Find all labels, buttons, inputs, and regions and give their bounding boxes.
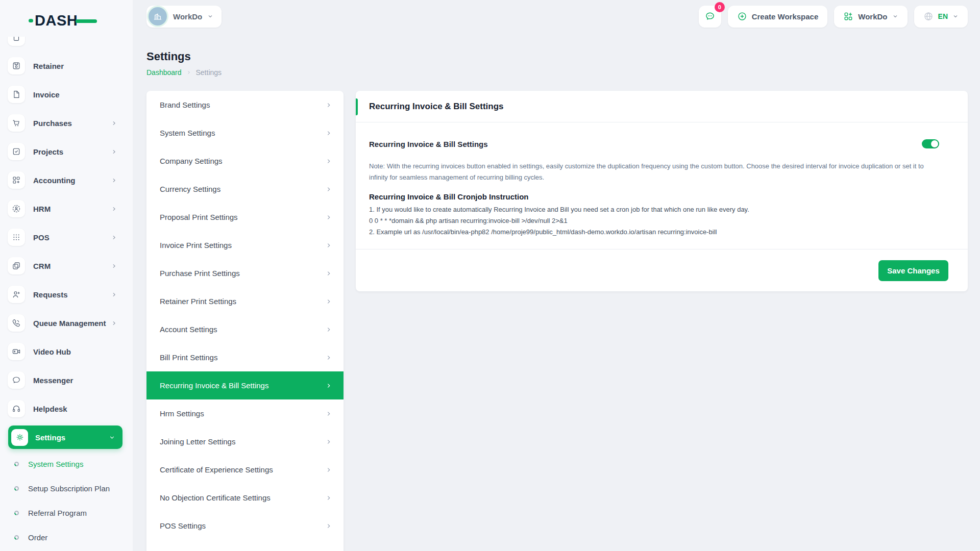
sidebar-item-label: Purchases: [33, 119, 72, 128]
sidebar-item-invoice[interactable]: Invoice: [0, 80, 133, 109]
panel-title: Recurring Invoice & Bill Settings: [369, 102, 504, 112]
sidebar-item-pos[interactable]: POS: [0, 223, 133, 252]
save-changes-button[interactable]: Save Changes: [878, 260, 948, 281]
chevron-down-icon: [892, 13, 898, 19]
video-icon: [8, 343, 25, 360]
chevron-right-icon: [325, 438, 332, 445]
gear-icon: [11, 429, 28, 446]
breadcrumb-dashboard-link[interactable]: Dashboard: [146, 68, 182, 77]
sidebar-subitem-setup-subscription-plan[interactable]: Setup Subscription Plan: [0, 476, 133, 500]
ring-bullet-icon: [14, 461, 19, 467]
workspace-switcher[interactable]: WorkDo: [146, 6, 222, 28]
chevron-right-icon: [325, 466, 332, 473]
page-title: Settings: [146, 50, 191, 63]
settings-nav-invoice-print-settings[interactable]: Invoice Print Settings: [146, 231, 344, 259]
topbar: WorkDo 0 Create Workspace WorkDo: [146, 5, 968, 28]
chevron-right-icon: [111, 120, 117, 127]
sidebar-item-hrm[interactable]: HRM: [0, 194, 133, 223]
sidebar-item-video-hub[interactable]: Video Hub: [0, 337, 133, 366]
settings-nav-retainer-print-settings[interactable]: Retainer Print Settings: [146, 287, 344, 315]
messages-button[interactable]: 0: [699, 6, 721, 28]
sidebar-item-requests[interactable]: Requests: [0, 280, 133, 309]
crm-icon: [8, 257, 25, 274]
settings-nav-label: Proposal Print Settings: [160, 213, 238, 221]
settings-nav-company-settings[interactable]: Company Settings: [146, 147, 344, 175]
settings-nav-label: Recurring Invoice & Bill Settings: [160, 381, 268, 390]
sidebar-item-settings[interactable]: Settings: [8, 425, 122, 449]
sidebar-item-label: Accounting: [33, 176, 76, 185]
grid-plus-icon: [843, 11, 853, 21]
cronjob-heading: Recurring Invoice & Bill Cronjob Instruc…: [369, 192, 939, 201]
sidebar-item-projects[interactable]: Projects: [0, 137, 133, 166]
globe-icon: [923, 11, 934, 21]
sidebar-subitem-system-settings[interactable]: System Settings: [0, 452, 133, 476]
settings-nav-label: Invoice Print Settings: [160, 241, 232, 249]
settings-nav-account-settings[interactable]: Account Settings: [146, 315, 344, 343]
settings-nav-label: Purchase Print Settings: [160, 269, 240, 278]
chevron-right-icon: [325, 214, 332, 221]
create-workspace-button[interactable]: Create Workspace: [728, 6, 828, 28]
chevron-right-icon: [111, 234, 117, 241]
toggle-knob: [931, 140, 938, 147]
sidebar-subitem-order[interactable]: Order: [0, 525, 133, 549]
sidebar-item-label: Invoice: [33, 90, 60, 99]
sidebar-item-retainer[interactable]: Retainer: [0, 52, 133, 80]
workspace-name: WorkDo: [173, 12, 202, 21]
queue-icon: [8, 314, 25, 332]
settings-nav-certificate-of-experience-settings[interactable]: Certificate of Experience Settings: [146, 456, 344, 484]
settings-nav-no-objection-certificate-settings[interactable]: No Objection Certificate Settings: [146, 484, 344, 512]
settings-nav-label: Retainer Print Settings: [160, 297, 236, 306]
recurring-note: Note: With the recurring invoices button…: [369, 161, 939, 183]
sidebar-subitem-referral-program[interactable]: Referral Program: [0, 500, 133, 525]
settings-nav-label: Bill Print Settings: [160, 353, 217, 362]
chevron-right-icon: [111, 291, 117, 298]
settings-nav-hrm-settings[interactable]: Hrm Settings: [146, 399, 344, 428]
sidebar-menu: RetainerInvoicePurchasesProjectsAccounti…: [0, 23, 133, 549]
language-selector[interactable]: EN: [914, 6, 968, 28]
settings-nav-purchase-print-settings[interactable]: Purchase Print Settings: [146, 259, 344, 287]
settings-nav-joining-letter-settings[interactable]: Joining Letter Settings: [146, 428, 344, 456]
settings-nav-pos-settings[interactable]: POS Settings: [146, 512, 344, 540]
settings-nav-pos-print-settings[interactable]: Pos Print Settings: [146, 540, 344, 551]
chevron-right-icon: [111, 148, 117, 155]
settings-nav-label: Company Settings: [160, 157, 223, 165]
sidebar-item-purchases[interactable]: Purchases: [0, 109, 133, 137]
chevron-right-icon: [111, 263, 117, 269]
sidebar-subitem-label: System Settings: [28, 460, 83, 468]
invoice-icon: [8, 86, 25, 103]
chevron-right-icon: [325, 522, 332, 530]
sidebar: RetainerInvoicePurchasesProjectsAccounti…: [0, 0, 133, 551]
sidebar-item-label: CRM: [33, 262, 51, 270]
settings-nav-label: Certificate of Experience Settings: [160, 465, 273, 474]
chevron-right-icon: [325, 158, 332, 165]
chevron-right-icon: [325, 186, 332, 193]
messenger-icon: [8, 371, 25, 389]
sidebar-item-accounting[interactable]: Accounting: [0, 166, 133, 194]
recurring-toggle[interactable]: [922, 139, 939, 148]
sidebar-subitem-label: Referral Program: [28, 509, 87, 517]
chevron-right-icon: [111, 320, 117, 327]
settings-nav-recurring-invoice-bill-settings[interactable]: Recurring Invoice & Bill Settings: [146, 371, 344, 399]
chevron-right-icon: [325, 298, 332, 305]
chevron-right-icon: [325, 382, 332, 389]
cronjob-instructions: 1. If you would like to create automatic…: [369, 204, 939, 238]
sidebar-item-label: Settings: [35, 433, 65, 442]
workdo-menu-button[interactable]: WorkDo: [834, 6, 907, 28]
settings-nav-brand-settings[interactable]: Brand Settings: [146, 91, 344, 119]
sidebar-item-queue-management[interactable]: Queue Management: [0, 309, 133, 337]
cronjob-line: 0 0 * * *domain && php artisan recurring…: [369, 215, 939, 227]
sidebar-item-messenger[interactable]: Messenger: [0, 366, 133, 394]
projects-icon: [8, 143, 25, 160]
ring-bullet-icon: [14, 486, 19, 491]
sidebar-item-helpdesk[interactable]: Helpdesk: [0, 394, 133, 423]
settings-nav-label: Brand Settings: [160, 101, 210, 109]
app-logo[interactable]: DASH: [29, 12, 97, 29]
settings-nav-proposal-print-settings[interactable]: Proposal Print Settings: [146, 203, 344, 231]
settings-nav-system-settings[interactable]: System Settings: [146, 119, 344, 147]
cronjob-line: 2. Example url as /usr/local/bin/ea-php8…: [369, 227, 939, 238]
chevron-right-icon: [325, 270, 332, 277]
settings-nav-currency-settings[interactable]: Currency Settings: [146, 175, 344, 203]
settings-nav-bill-print-settings[interactable]: Bill Print Settings: [146, 343, 344, 371]
sidebar-item-crm[interactable]: CRM: [0, 252, 133, 280]
breadcrumb: Dashboard Settings: [146, 68, 222, 77]
